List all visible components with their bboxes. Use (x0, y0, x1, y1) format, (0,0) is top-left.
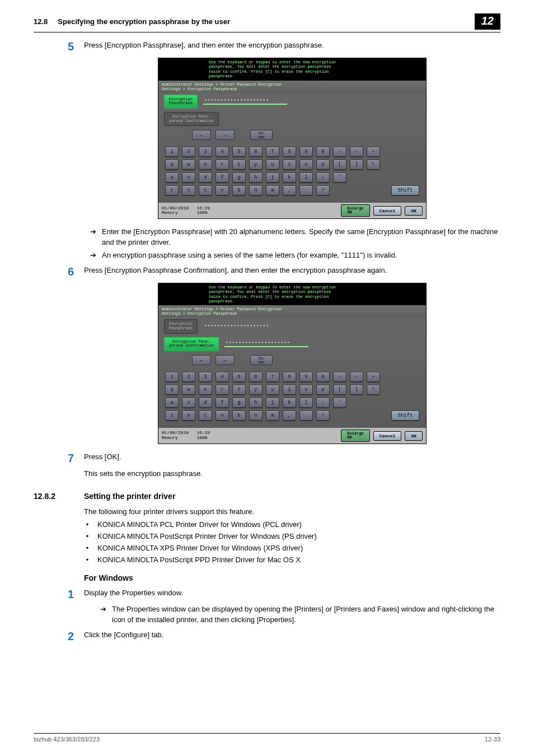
delete-key[interactable]: De- lete (250, 130, 273, 140)
key-6[interactable]: 6 (249, 372, 263, 382)
key-2[interactable]: 2 (182, 372, 195, 382)
key-/[interactable]: / (316, 410, 330, 421)
key-[[interactable]: [ (333, 385, 346, 395)
key-j[interactable]: j (266, 172, 279, 183)
key-;[interactable]: ; (316, 172, 330, 183)
key-e[interactable]: e (199, 385, 212, 395)
key-9[interactable]: 9 (299, 147, 313, 157)
key-x[interactable]: x (182, 410, 195, 421)
encryption-passphrase-tab[interactable]: Encryption Passphrase (164, 319, 198, 333)
key-6[interactable]: 6 (249, 147, 263, 157)
key--[interactable]: - (333, 147, 346, 157)
key-,[interactable]: , (283, 410, 296, 421)
encryption-passphrase-confirm-tab[interactable]: Encryption Pass- phrase Confirmation (164, 112, 219, 126)
key-g[interactable]: g (232, 398, 246, 408)
key-o[interactable]: o (299, 385, 313, 395)
key-\[interactable]: \ (367, 385, 380, 395)
key-;[interactable]: ; (316, 398, 330, 408)
key-\[interactable]: \ (367, 160, 380, 170)
key-s[interactable]: s (182, 172, 195, 183)
key-i[interactable]: i (283, 160, 296, 170)
key-f[interactable]: f (216, 398, 229, 408)
key-t[interactable]: t (232, 385, 246, 395)
arrow-left-key[interactable]: ← (192, 355, 211, 365)
key-r[interactable]: r (216, 385, 229, 395)
key-n[interactable]: n (249, 410, 263, 421)
key-3[interactable]: 3 (199, 372, 212, 382)
key-8[interactable]: 8 (283, 372, 296, 382)
key-p[interactable]: p (316, 160, 330, 170)
key-][interactable]: ] (350, 160, 363, 170)
enlarge-button[interactable]: Enlarge ON (341, 204, 369, 217)
key-a[interactable]: a (165, 398, 179, 408)
key-5[interactable]: 5 (232, 147, 246, 157)
key-d[interactable]: d (199, 172, 212, 183)
shift-key[interactable]: Shift (391, 410, 419, 421)
cancel-button[interactable]: Cancel (373, 431, 402, 441)
key-l[interactable]: l (299, 398, 313, 408)
key-z[interactable]: z (165, 185, 179, 195)
key-8[interactable]: 8 (283, 147, 296, 157)
encryption-passphrase-confirm-tab[interactable]: Encryption Pass- phrase Confirmation (164, 337, 219, 351)
key-v[interactable]: v (216, 410, 229, 421)
key-1[interactable]: 1 (165, 372, 179, 382)
key-h[interactable]: h (249, 398, 263, 408)
key-2[interactable]: 2 (182, 147, 195, 157)
shift-key[interactable]: Shift (391, 185, 419, 195)
key-k[interactable]: k (283, 398, 296, 408)
key-1[interactable]: 1 (165, 147, 179, 157)
key-g[interactable]: g (232, 172, 246, 183)
key-a[interactable]: a (165, 172, 179, 183)
key-e[interactable]: e (199, 160, 212, 170)
key-0[interactable]: 0 (316, 147, 330, 157)
key-7[interactable]: 7 (266, 147, 279, 157)
key-o[interactable]: o (299, 160, 313, 170)
key--[interactable]: - (333, 372, 346, 382)
key-m[interactable]: m (266, 410, 279, 421)
arrow-right-key[interactable]: → (216, 130, 235, 140)
key-c[interactable]: c (199, 410, 212, 421)
key-.[interactable]: . (299, 410, 313, 421)
key-b[interactable]: b (232, 185, 246, 195)
key-'[interactable]: ' (333, 172, 346, 183)
key-w[interactable]: w (182, 160, 195, 170)
ok-button[interactable]: OK (405, 206, 423, 216)
key-,[interactable]: , (283, 185, 296, 195)
key-[[interactable]: [ (333, 160, 346, 170)
arrow-right-key[interactable]: → (216, 355, 235, 365)
key-r[interactable]: r (216, 160, 229, 170)
key-u[interactable]: u (266, 385, 279, 395)
ok-button[interactable]: OK (405, 431, 423, 441)
key-~[interactable]: ~ (367, 372, 380, 382)
key-'[interactable]: ' (333, 398, 346, 408)
key-t[interactable]: t (232, 160, 246, 170)
key-w[interactable]: w (182, 385, 195, 395)
delete-key[interactable]: De- lete (250, 355, 273, 365)
key-l[interactable]: l (299, 172, 313, 183)
key-c[interactable]: c (199, 185, 212, 195)
key-0[interactable]: 0 (316, 372, 330, 382)
key-s[interactable]: s (182, 398, 195, 408)
cancel-button[interactable]: Cancel (373, 206, 402, 216)
key-q[interactable]: q (165, 160, 179, 170)
key-m[interactable]: m (266, 185, 279, 195)
key-p[interactable]: p (316, 385, 330, 395)
key-y[interactable]: y (249, 385, 263, 395)
key-k[interactable]: k (283, 172, 296, 183)
key-7[interactable]: 7 (266, 372, 279, 382)
key-9[interactable]: 9 (299, 372, 313, 382)
key-j[interactable]: j (266, 398, 279, 408)
key-.[interactable]: . (299, 185, 313, 195)
key-h[interactable]: h (249, 172, 263, 183)
key-f[interactable]: f (216, 172, 229, 183)
key-=[interactable]: = (350, 147, 363, 157)
key-3[interactable]: 3 (199, 147, 212, 157)
key-n[interactable]: n (249, 185, 263, 195)
key-q[interactable]: q (165, 385, 179, 395)
encryption-passphrase-tab[interactable]: Encryption Passphrase (164, 95, 198, 109)
key-z[interactable]: z (165, 410, 179, 421)
arrow-left-key[interactable]: ← (192, 130, 211, 140)
key-=[interactable]: = (350, 372, 363, 382)
key-4[interactable]: 4 (216, 147, 229, 157)
key-~[interactable]: ~ (367, 147, 380, 157)
